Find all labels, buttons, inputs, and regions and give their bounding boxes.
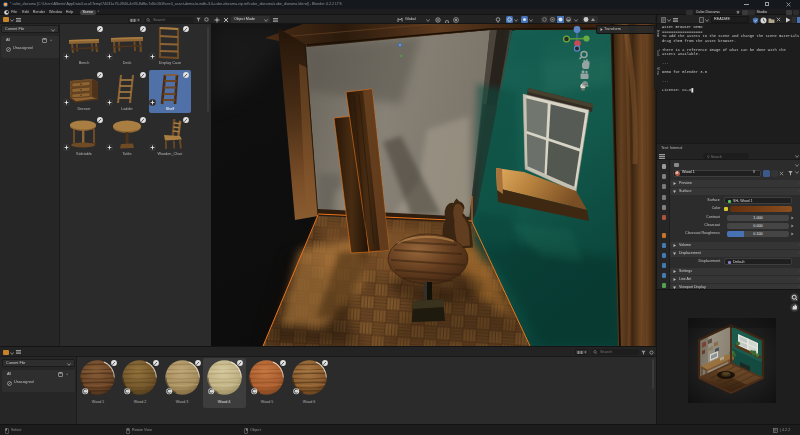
svg-text:Search: Search	[153, 18, 165, 22]
svg-text:Search: Search	[600, 350, 612, 354]
